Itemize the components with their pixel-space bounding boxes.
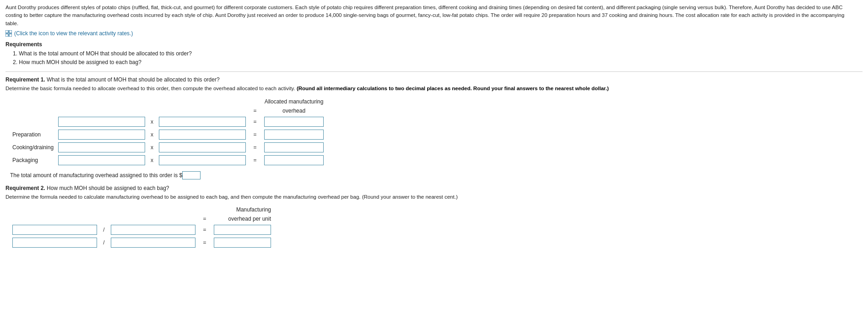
col-header-mfg: Manufacturing — [212, 205, 273, 214]
svg-rect-1 — [9, 30, 12, 33]
req2-input-row1-result[interactable] — [214, 225, 271, 235]
req1-heading: Requirement 1. What is the total amount … — [5, 76, 863, 83]
grid-icon — [5, 30, 12, 37]
table-row-cooking: Cooking/draining x = — [10, 141, 326, 154]
req2-op-div-row1: / — [99, 223, 108, 236]
intro-paragraph: Aunt Dorothy produces different styles o… — [5, 4, 857, 27]
input-row0-result[interactable] — [264, 117, 324, 127]
op-eq-packaging: = — [248, 154, 262, 167]
op-x-row0: x — [147, 115, 157, 128]
op-eq-preparation: = — [248, 128, 262, 141]
input-preparation-right[interactable] — [159, 130, 246, 140]
input-preparation-result[interactable] — [264, 130, 324, 140]
req2-heading-rest: How much MOH should be assigned to each … — [45, 185, 169, 191]
input-preparation-left[interactable] — [58, 130, 145, 140]
req2-input-row1-left[interactable] — [12, 225, 97, 235]
req1-heading-bold: Requirement 1. — [5, 76, 45, 83]
col-header-overhead-per-unit: overhead per unit — [212, 214, 273, 223]
req2-table: Manufacturing = overhead per unit / = / … — [10, 205, 273, 249]
requirement-2-item: 2. How much MOH should be assigned to ea… — [13, 58, 863, 67]
row-label-cooking: Cooking/draining — [10, 141, 56, 154]
row-label-preparation: Preparation — [10, 128, 56, 141]
col-header-overhead: overhead — [262, 106, 326, 115]
req2-input-row2-result[interactable] — [214, 238, 271, 248]
svg-rect-3 — [9, 34, 12, 37]
req2-header-equals: = — [198, 214, 212, 223]
input-packaging-left[interactable] — [58, 155, 145, 165]
req1-table: Allocated manufacturing = overhead x = P… — [10, 97, 326, 167]
req2-row-2: / = — [10, 236, 273, 249]
req1-instruction: Determine the basic formula needed to al… — [5, 85, 857, 92]
op-eq-row0: = — [248, 115, 262, 128]
input-cooking-result[interactable] — [264, 142, 324, 152]
divider-1 — [5, 71, 863, 72]
input-cooking-left[interactable] — [58, 142, 145, 152]
req2-instruction-bold: (Round your answer to the nearest cent.) — [362, 194, 458, 200]
req2-row-1: / = — [10, 223, 273, 236]
row-label-packaging: Packaging — [10, 154, 56, 167]
req2-input-row2-left[interactable] — [12, 238, 97, 248]
svg-rect-0 — [5, 30, 8, 33]
input-packaging-right[interactable] — [159, 155, 246, 165]
header-equals: = — [248, 106, 262, 115]
req1-heading-rest: What is the total amount of MOH that sho… — [45, 76, 220, 83]
op-eq-cooking: = — [248, 141, 262, 154]
req1-instruction-text: Determine the basic formula needed to al… — [5, 86, 295, 91]
total-text-before: The total amount of manufacturing overhe… — [10, 172, 182, 179]
op-x-preparation: x — [147, 128, 157, 141]
req2-op-eq-row1: = — [198, 223, 212, 236]
svg-rect-2 — [5, 34, 8, 37]
req2-heading: Requirement 2. How much MOH should be as… — [5, 185, 863, 191]
req2-input-row2-right[interactable] — [111, 238, 195, 248]
op-x-packaging: x — [147, 154, 157, 167]
req2-op-eq-row2: = — [198, 236, 212, 249]
op-x-cooking: x — [147, 141, 157, 154]
table-row-header-inputs: x = — [10, 115, 326, 128]
req2-heading-bold: Requirement 2. — [5, 185, 45, 191]
total-text-container: The total amount of manufacturing overhe… — [10, 171, 863, 179]
req2-input-row1-right[interactable] — [111, 225, 195, 235]
input-cooking-right[interactable] — [159, 142, 246, 152]
input-row0-left[interactable] — [58, 117, 145, 127]
req1-instruction-bold: (Round all intermediary calculations to … — [297, 86, 609, 91]
requirement-1-item: 1. What is the total amount of MOH that … — [13, 49, 863, 58]
table-row-packaging: Packaging x = — [10, 154, 326, 167]
req2-op-div-row2: / — [99, 236, 108, 249]
requirements-title: Requirements — [5, 41, 863, 48]
input-row0-right[interactable] — [159, 117, 246, 127]
req2-instruction: Determine the formula needed to calculat… — [5, 193, 857, 201]
input-packaging-result[interactable] — [264, 155, 324, 165]
requirements-section: Requirements 1. What is the total amount… — [5, 41, 863, 67]
activity-rates-link-text: (Click the icon to view the relevant act… — [14, 30, 133, 37]
table-row-preparation: Preparation x = — [10, 128, 326, 141]
row-label-blank — [10, 115, 56, 128]
req2-instruction-text: Determine the formula needed to calculat… — [5, 194, 360, 200]
col-header-alloc-mfg: Allocated manufacturing — [262, 97, 326, 106]
total-input[interactable] — [182, 171, 201, 179]
activity-rates-link[interactable]: (Click the icon to view the relevant act… — [5, 30, 863, 37]
